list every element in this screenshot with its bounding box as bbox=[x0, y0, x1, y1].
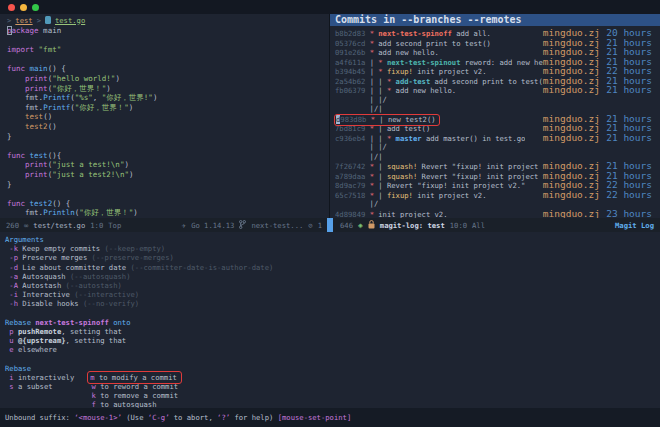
token: main bbox=[39, 26, 62, 35]
major-mode-label[interactable]: Go 1.14.13 bbox=[191, 221, 234, 230]
token: () bbox=[48, 122, 57, 131]
code-line[interactable]: import "fmt" bbox=[7, 45, 329, 55]
token: * bbox=[370, 210, 379, 219]
token: } bbox=[7, 132, 12, 141]
token bbox=[7, 74, 25, 83]
transient-command[interactable]: i interactively m to modify a commit bbox=[5, 373, 660, 382]
transient-command[interactable]: -k Keep empty commits (--keep-empty) bbox=[5, 244, 660, 253]
code-line[interactable]: print("just a test!\n") bbox=[7, 160, 329, 170]
graph-row[interactable]: | |/ bbox=[335, 95, 652, 105]
token: print bbox=[25, 74, 48, 83]
commit-time: 21 hours bbox=[600, 85, 652, 95]
commit-row[interactable]: fb06379 | | * add new hello.mingduo.zj21… bbox=[335, 85, 652, 95]
token: for help) bbox=[230, 413, 278, 422]
transient-command[interactable]: e elsewhere bbox=[5, 345, 660, 354]
transient-command[interactable]: -i Interactive (--interactive) bbox=[5, 290, 660, 299]
commit-row[interactable]: 2a54b62 | | * add-test add second print … bbox=[335, 76, 652, 86]
code-line[interactable]: fmt.Printf("你好，世界！") bbox=[7, 103, 329, 113]
commit-row[interactable]: d983d8b * | new test2()mingduo.zj21 hour… bbox=[335, 114, 652, 124]
code-line[interactable] bbox=[7, 189, 329, 199]
code-line[interactable]: } bbox=[7, 180, 329, 190]
commit-row[interactable]: 4d89849 * init project v2.mingduo.zj23 h… bbox=[335, 209, 652, 219]
token: "你好，世界！" bbox=[79, 208, 133, 217]
token: next-test-spinout bbox=[387, 58, 461, 67]
commit-row[interactable]: a789daa * | squash! Revert "fixup! init … bbox=[335, 171, 652, 181]
code-line[interactable]: func test2() { bbox=[7, 199, 329, 209]
code-line[interactable]: test() bbox=[7, 112, 329, 122]
chevron-right-icon: > bbox=[7, 16, 11, 25]
commit-row[interactable]: 091e26b * add new hello.mingduo.zj21 hou… bbox=[335, 47, 652, 57]
commit-summary: 091e26b * add new hello. bbox=[335, 48, 439, 58]
commit-summary: a4f611a | * next-test-spinout reword: ad… bbox=[335, 58, 543, 68]
token: , setting that bbox=[66, 336, 127, 345]
code-line[interactable]: package main bbox=[7, 26, 329, 36]
token: test2 bbox=[25, 199, 52, 208]
token: Interactive bbox=[18, 290, 74, 299]
transient-command[interactable]: -h Disable hooks (--no-verify) bbox=[5, 299, 660, 308]
token: test bbox=[25, 112, 43, 121]
commit-summary: a789daa * | squash! Revert "fixup! init … bbox=[335, 172, 543, 182]
token: Arguments bbox=[5, 235, 44, 244]
token: , setting that bbox=[61, 327, 122, 336]
window-divider[interactable] bbox=[327, 218, 333, 232]
commit-row[interactable]: b8b2d83 * next-test-spinoff add all.ming… bbox=[335, 28, 652, 38]
commit-row[interactable]: a4f611a | * next-test-spinout reword: ad… bbox=[335, 57, 652, 67]
code-line[interactable]: fmt.Println("你好，世界！") bbox=[7, 208, 329, 218]
breadcrumb-file[interactable]: test.go bbox=[55, 16, 85, 25]
token: * bbox=[370, 29, 379, 38]
close-button[interactable] bbox=[8, 4, 15, 11]
minimize-button[interactable] bbox=[20, 4, 27, 11]
code-line[interactable] bbox=[7, 141, 329, 151]
token bbox=[7, 122, 25, 131]
major-mode-label[interactable]: Magit Log bbox=[615, 221, 654, 230]
commit-row[interactable]: 7f26742 * | squash! Revert "fixup! init … bbox=[335, 161, 652, 171]
code-line[interactable]: test2() bbox=[7, 122, 329, 132]
token: | bbox=[378, 191, 387, 200]
transient-line: Rebase next-test-spinoff onto bbox=[5, 318, 660, 327]
graph-row[interactable]: |/| bbox=[335, 152, 652, 162]
code-line[interactable]: func test(){ bbox=[7, 151, 329, 161]
code-line[interactable] bbox=[7, 36, 329, 46]
commit-hash: 7f26742 bbox=[335, 162, 370, 171]
code-line[interactable]: print("你好，世界！") bbox=[7, 84, 329, 94]
commit-summary: |/| bbox=[335, 104, 383, 114]
code-line[interactable] bbox=[7, 55, 329, 65]
graph-row[interactable]: | |/ bbox=[335, 142, 652, 152]
transient-command[interactable]: u @{upstream}, setting that bbox=[5, 336, 660, 345]
token: fixup! bbox=[387, 67, 413, 76]
magit-section-header[interactable]: Commits in --branches --remotes bbox=[330, 14, 660, 26]
modeline-buffer-name: magit-log: test bbox=[380, 221, 445, 230]
transient-command[interactable]: -A Autostash (--autostash) bbox=[5, 281, 660, 290]
transient-command[interactable]: p pushRemote, setting that bbox=[5, 327, 660, 336]
graph-row[interactable]: |/ bbox=[335, 199, 652, 209]
breadcrumb-project[interactable]: test bbox=[15, 16, 32, 25]
transient-command[interactable]: -a Autosquash (--autosquash) bbox=[5, 272, 660, 281]
zoom-button[interactable] bbox=[32, 4, 39, 11]
token: ackage bbox=[12, 26, 39, 35]
title-bar bbox=[0, 0, 660, 14]
token: "%s" bbox=[75, 93, 93, 102]
code-area[interactable]: package mainimport "fmt"func main() { pr… bbox=[0, 26, 329, 218]
commit-row[interactable]: 8d9ac79 * | Revert "fixup! init project … bbox=[335, 180, 652, 190]
commit-row[interactable]: 65c7518 * | fixup! init project v2.mingd… bbox=[335, 190, 652, 200]
code-line[interactable]: print("just a test2!\n") bbox=[7, 170, 329, 180]
transient-command[interactable]: -p Preserve merges (--preserve-merges) bbox=[5, 253, 660, 262]
commit-summary: 2a54b62 | | * add-test add second print … bbox=[335, 77, 543, 87]
commit-row[interactable]: c936eb4 | | * master add master() in tes… bbox=[335, 133, 652, 143]
code-line[interactable]: print("hello world!") bbox=[7, 74, 329, 84]
transient-command[interactable]: k to remove a commit bbox=[5, 391, 660, 400]
flycheck-count[interactable]: 1 bbox=[318, 221, 322, 230]
commit-summary: 8d9ac79 * | Revert "fixup! init project … bbox=[335, 181, 525, 191]
graph-row[interactable]: |/| bbox=[335, 104, 652, 114]
code-line[interactable]: fmt.Printf("%s", "你好，世界!") bbox=[7, 93, 329, 103]
token: | bbox=[370, 67, 379, 76]
token: fixup! bbox=[387, 191, 413, 200]
code-line[interactable]: func main() { bbox=[7, 64, 329, 74]
token bbox=[7, 170, 25, 179]
commit-row[interactable]: 05376cd * add second print to test()ming… bbox=[335, 38, 652, 48]
code-line[interactable]: } bbox=[7, 132, 329, 142]
modeline-branch[interactable]: next-test... bbox=[251, 221, 303, 230]
transient-command[interactable]: -d Lie about committer date (--committer… bbox=[5, 263, 660, 272]
commit-row[interactable]: b394b45 | * fixup! init project v2.mingd… bbox=[335, 66, 652, 76]
token: -a bbox=[9, 272, 18, 281]
